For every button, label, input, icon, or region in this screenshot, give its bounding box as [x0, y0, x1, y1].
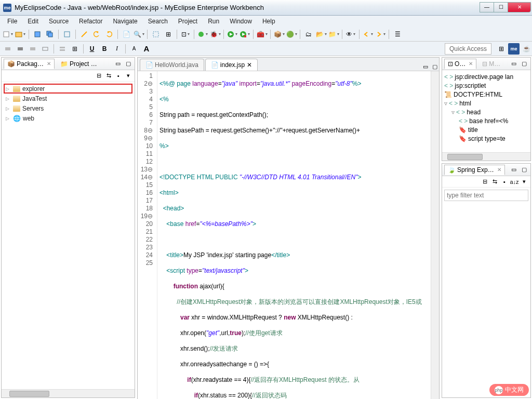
rect3-icon[interactable]: [27, 43, 38, 55]
minimize-icon[interactable]: ▭: [510, 166, 518, 174]
debug-button[interactable]: [197, 29, 208, 40]
tab-package-explorer[interactable]: 📦 Packag… ✕: [4, 59, 55, 69]
run-button[interactable]: [227, 29, 238, 40]
rect2-icon[interactable]: [15, 43, 26, 55]
tab-outline[interactable]: ⊡ O… ✕: [444, 59, 476, 69]
context-button[interactable]: 👁: [345, 29, 356, 40]
debug-config-button[interactable]: 🐞: [209, 29, 221, 40]
grid2-icon[interactable]: ⊞: [69, 43, 81, 55]
outline-tree[interactable]: < >jsp:directive.page lan < >jsp:scriptl…: [442, 70, 530, 152]
close-icon[interactable]: ✕: [469, 61, 473, 66]
outline-item[interactable]: ▿< >head: [444, 108, 528, 116]
redo-button[interactable]: [103, 29, 115, 40]
menu-help[interactable]: Help: [258, 17, 280, 26]
open-perspective-button[interactable]: ⊞: [496, 43, 507, 55]
minimize-icon[interactable]: ▭: [510, 60, 518, 68]
close-icon[interactable]: ✕: [47, 61, 51, 66]
grid-button[interactable]: ⊞: [163, 29, 174, 40]
minimize-icon[interactable]: ▭: [114, 60, 122, 68]
rect4-icon[interactable]: [39, 43, 51, 55]
wand-button[interactable]: [78, 29, 90, 40]
menu-refactor[interactable]: Refactor: [75, 17, 107, 26]
external-tools-button[interactable]: 🧰: [256, 29, 268, 40]
toggle-mark-button[interactable]: [150, 29, 162, 40]
editor-body[interactable]: 12⊖345678⊖9⊖10111213⊖14⊖1516171819⊖20212…: [138, 71, 439, 399]
code-area[interactable]: <%@ page language="java" import="java.ut…: [157, 71, 431, 399]
view-menu-icon[interactable]: ▾: [520, 178, 528, 186]
menu-project[interactable]: Project: [174, 17, 202, 26]
dashboard-button[interactable]: 🗂: [303, 29, 314, 40]
menu-navigate[interactable]: Navigate: [109, 17, 141, 26]
font-large-button[interactable]: A: [141, 43, 152, 55]
java-perspective-button[interactable]: ☕: [521, 43, 532, 55]
bold-button[interactable]: B: [99, 43, 110, 55]
tab-minimap[interactable]: ⊟ M…: [478, 59, 504, 69]
open-type-button[interactable]: 📄: [121, 29, 132, 40]
outline-item[interactable]: < >jsp:scriptlet: [444, 81, 528, 90]
menu-window[interactable]: Window: [225, 17, 256, 26]
outline-item[interactable]: < >jsp:directive.page lan: [444, 72, 528, 81]
quick-access[interactable]: Quick Access: [445, 43, 491, 55]
menu-search[interactable]: Search: [144, 17, 172, 26]
tab-project-explorer[interactable]: 📁 Project …: [57, 59, 101, 69]
maximize-icon[interactable]: ▢: [520, 60, 528, 68]
forward-button[interactable]: [375, 29, 386, 40]
close-icon[interactable]: ✕: [497, 167, 501, 172]
outline-item[interactable]: 🔖title: [444, 125, 528, 134]
tree-item-servers[interactable]: ▷Servers: [4, 103, 132, 113]
outline-item[interactable]: < >base href=<%: [444, 116, 528, 125]
editor-tab-helloworld[interactable]: 📄HelloWorld.java: [140, 59, 204, 71]
underline-button[interactable]: U: [86, 43, 98, 55]
sort-icon[interactable]: a↓z: [510, 178, 518, 186]
rows-icon[interactable]: [57, 43, 68, 55]
font-small-button[interactable]: A: [128, 43, 140, 55]
view-menu-icon[interactable]: ▾: [124, 72, 132, 80]
new-class-button[interactable]: 🟢: [286, 29, 297, 40]
italic-button[interactable]: I: [111, 43, 123, 55]
outline-item[interactable]: 📜DOCTYPE:HTML: [444, 90, 528, 99]
filter-icon[interactable]: ▪: [500, 178, 509, 186]
menu-source[interactable]: Source: [45, 17, 73, 26]
run-config-button[interactable]: [239, 29, 250, 40]
tab-spring-explorer[interactable]: 🍃 Spring Exp… ✕: [444, 165, 505, 175]
menu-edit[interactable]: Edit: [23, 17, 43, 26]
tree-item-javatest[interactable]: ▷JavaTest: [4, 94, 132, 103]
outline-scrollbar-h[interactable]: [442, 152, 530, 161]
undo-button[interactable]: [91, 29, 102, 40]
close-button[interactable]: ✕: [508, 2, 531, 12]
collapse-button[interactable]: ☰: [392, 29, 403, 40]
new-project-button[interactable]: [15, 29, 26, 40]
scrollbar-h[interactable]: [2, 389, 135, 397]
maximize-icon[interactable]: ▢: [431, 62, 439, 71]
search-button[interactable]: 🔍: [133, 29, 144, 40]
outline-item[interactable]: 🔖script type=te: [444, 134, 528, 143]
link-editor-button[interactable]: [61, 29, 73, 40]
folder-button[interactable]: 📁: [328, 29, 339, 40]
tree-item-web[interactable]: ▷🌐web: [4, 113, 132, 123]
maximize-icon[interactable]: ▢: [520, 166, 528, 174]
outline-item[interactable]: ▿< >html: [444, 99, 528, 108]
back-button[interactable]: [362, 29, 374, 40]
collapse-all-icon[interactable]: ⊟: [95, 72, 103, 80]
folder-open-button[interactable]: 📂: [315, 29, 327, 40]
close-icon[interactable]: ✕: [247, 61, 252, 69]
save-button[interactable]: [32, 29, 43, 40]
new-button[interactable]: [2, 29, 14, 40]
editor-tab-index[interactable]: 📄index.jsp✕: [205, 59, 258, 71]
new-java-button[interactable]: 📦: [273, 29, 285, 40]
filter-icon[interactable]: ▪: [114, 72, 123, 80]
maximize-icon[interactable]: ▢: [124, 60, 132, 68]
tree-item-explorer[interactable]: ▷explorer: [4, 84, 132, 94]
scrollbar-v[interactable]: [431, 71, 439, 399]
link-icon[interactable]: ⇆: [104, 72, 113, 80]
rect1-icon[interactable]: [2, 43, 14, 55]
minimize-icon[interactable]: ▭: [421, 62, 430, 71]
minimize-button[interactable]: —: [480, 2, 494, 12]
save-all-button[interactable]: [44, 29, 56, 40]
link-icon[interactable]: ⇆: [490, 178, 499, 186]
menu-file[interactable]: File: [3, 17, 21, 26]
myeclipse-perspective-button[interactable]: me: [508, 43, 520, 55]
menu-run[interactable]: Run: [204, 17, 223, 26]
filter-input[interactable]: [444, 190, 528, 201]
maximize-button[interactable]: ☐: [494, 2, 508, 12]
